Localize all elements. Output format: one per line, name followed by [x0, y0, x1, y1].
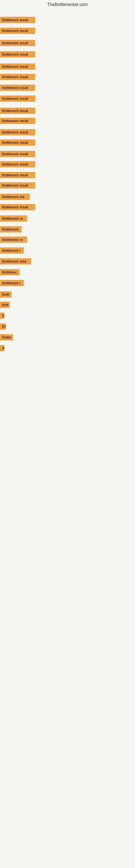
- bottleneck-item: Bottleneck r: [0, 280, 24, 286]
- bottleneck-item: Bottleneck resu: [0, 258, 31, 265]
- bottleneck-item: Bottleneck result: [0, 108, 35, 114]
- bottleneck-item: Bottleneck result: [0, 204, 35, 210]
- site-title: TheBottlenecker.com: [0, 0, 135, 9]
- bottleneck-item: Bottleneck result: [0, 51, 35, 58]
- bottleneck-item: Bottleneck r: [0, 247, 24, 254]
- bottleneck-item: Bottleneck result: [0, 161, 35, 167]
- bottleneck-item: Bottle: [0, 334, 13, 340]
- bottleneck-item: Bottleneck result: [0, 28, 35, 34]
- bottleneck-item: Bottleneck result: [0, 182, 35, 188]
- bottleneck-item: Bottleneck result: [0, 172, 35, 178]
- bottleneck-item: Bottleneck result: [0, 118, 35, 124]
- bottleneck-item: Bottleneck result: [0, 151, 35, 157]
- bottleneck-item: Bottleneck result: [0, 74, 35, 80]
- bottleneck-item: Bottleneck result: [0, 129, 35, 135]
- bottleneck-item: Bottleneck: [0, 226, 21, 232]
- bottleneck-item: Bottleneck result: [0, 17, 35, 23]
- bottleneck-item: Bo: [0, 323, 6, 330]
- bottleneck-item: B: [0, 312, 4, 319]
- bottleneck-item: Bottleneck result: [0, 140, 35, 146]
- bottleneck-item: B: [0, 345, 4, 351]
- bottleneck-item: Bottleneck result: [0, 40, 35, 46]
- bottleneck-item: Bottleneck res: [0, 194, 30, 200]
- bottleneck-item: Bottleneck result: [0, 95, 35, 102]
- bottleneck-item: Bottleneck result: [0, 85, 35, 91]
- bottleneck-item: Bottl: [0, 291, 11, 298]
- bottleneck-item: Bottlenec: [0, 269, 19, 275]
- bottleneck-item: Bottleneck re: [0, 215, 27, 222]
- bottleneck-item: Bottleneck re: [0, 237, 27, 243]
- bottleneck-item: Bottleneck result: [0, 63, 35, 70]
- bottleneck-item: Bott: [0, 302, 10, 308]
